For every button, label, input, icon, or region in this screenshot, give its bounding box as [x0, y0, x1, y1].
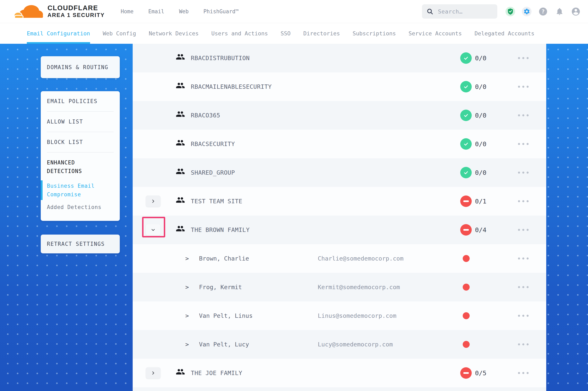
chevron-right-icon[interactable]: >	[185, 341, 189, 348]
status-count: 0/0	[475, 112, 486, 119]
sidebar-label: ALLOW LIST	[47, 119, 83, 125]
ellipsis-dot	[527, 315, 529, 317]
ellipsis-dot	[522, 286, 524, 288]
table-row: RBACDISTRUBUTION 0/0	[133, 44, 546, 72]
enhanced-detections-section: ENHANCED DETECTIONS Business Email Compr…	[47, 153, 114, 221]
ellipsis-dot	[518, 114, 520, 116]
sidebar-item-added-detections[interactable]: Added Detections	[47, 204, 114, 210]
sidebar-item-domains-routing[interactable]: DOMAINS & ROUTING	[41, 56, 120, 78]
user-email: Charlie@somedemocorp.com	[318, 255, 404, 262]
status-dot-fail	[463, 255, 470, 262]
minus-icon	[463, 200, 469, 202]
tab-sso[interactable]: SSO	[281, 23, 291, 44]
cloudflare-logo[interactable]: CLOUDFLARE AREA 1 SECURITY	[12, 3, 105, 20]
sidebar-item-enhanced-detections[interactable]: ENHANCED DETECTIONS	[47, 158, 98, 176]
table-row-user: > Van Pelt, Lucy Lucy@somedemocorp.com	[133, 330, 546, 359]
ellipsis-dot	[527, 229, 529, 231]
brand-name: CLOUDFLARE	[47, 4, 105, 12]
chevron-right-icon	[151, 371, 155, 375]
tab-subscriptions[interactable]: Subscriptions	[353, 23, 396, 44]
search-input[interactable]	[438, 8, 493, 15]
row-menu-button[interactable]	[517, 227, 529, 233]
gear-icon[interactable]	[522, 7, 532, 16]
status-badge-fail	[460, 367, 472, 379]
minus-icon	[463, 372, 469, 374]
sidebar-item-business-email-compromise[interactable]: Business Email Compromise	[47, 182, 114, 199]
search-box[interactable]	[422, 4, 497, 19]
row-menu-button[interactable]	[517, 370, 529, 376]
chevron-right-icon[interactable]: >	[185, 312, 189, 319]
nav-item-web[interactable]: Web	[179, 8, 189, 14]
group-icon	[176, 53, 185, 61]
check-icon	[463, 112, 469, 118]
row-menu-button[interactable]	[517, 284, 529, 290]
help-icon[interactable]: ?	[538, 7, 548, 16]
ellipsis-dot	[522, 200, 524, 202]
group-icon	[176, 82, 185, 90]
table-row: THE JOE FAMILY 0/5	[133, 359, 546, 387]
primary-nav: Home Email Web PhishGuard™	[121, 8, 239, 14]
expand-row-button[interactable]	[146, 367, 160, 379]
ellipsis-dot	[522, 315, 524, 317]
sidebar-label: RETRACT SETTINGS	[47, 241, 105, 247]
table-row-user: > Van Pelt, Linus Linus@somedemocorp.com	[133, 301, 546, 330]
expand-row-button[interactable]	[146, 196, 160, 207]
collapse-row-button[interactable]	[146, 224, 160, 236]
row-menu-button[interactable]	[517, 313, 529, 319]
row-menu-button[interactable]	[517, 84, 529, 90]
bell-icon[interactable]	[555, 7, 564, 16]
ellipsis-dot	[518, 172, 520, 174]
user-email: Lucy@somedemocorp.com	[318, 341, 393, 348]
status-count: 0/0	[475, 83, 486, 90]
status-count: 0/0	[475, 54, 486, 62]
row-menu-button[interactable]	[517, 141, 529, 147]
ellipsis-dot	[522, 343, 524, 345]
ellipsis-dot	[522, 172, 524, 174]
table-row: RBACSECURITY 0/0	[133, 130, 546, 158]
tab-service-accounts[interactable]: Service Accounts	[409, 23, 462, 44]
table-row-user: > Brown, Charlie Charlie@somedemocorp.co…	[133, 244, 546, 273]
nav-item-home[interactable]: Home	[121, 8, 134, 14]
row-menu-button[interactable]	[517, 255, 529, 262]
ellipsis-dot	[518, 315, 520, 317]
ellipsis-dot	[522, 143, 524, 145]
group-name: RBACMAILENABLESECURITY	[191, 83, 272, 90]
chevron-right-icon[interactable]: >	[185, 284, 189, 291]
row-menu-button[interactable]	[517, 112, 529, 118]
row-menu-button[interactable]	[517, 341, 529, 347]
group-icon	[176, 368, 185, 376]
user-name: Van Pelt, Lucy	[199, 341, 249, 348]
account-icon[interactable]	[571, 7, 581, 16]
shield-check-icon[interactable]	[505, 7, 515, 16]
sidebar-item-allow-list[interactable]: ALLOW LIST	[47, 112, 114, 132]
ellipsis-dot	[527, 372, 529, 374]
tab-users-and-actions[interactable]: Users and Actions	[211, 23, 268, 44]
sidebar-item-block-list[interactable]: BLOCK LIST	[47, 132, 114, 153]
sidebar-item-retract-settings[interactable]: RETRACT SETTINGS	[41, 235, 120, 253]
chevron-right-icon[interactable]: >	[185, 255, 189, 262]
status-badge-fail	[460, 196, 472, 207]
table-row-user: > Frog, Kermit Kermit@somedemocorp.com	[133, 273, 546, 301]
tab-directories[interactable]: Directories	[303, 23, 340, 44]
ellipsis-dot	[518, 372, 520, 374]
status-badge-pass	[460, 167, 472, 178]
ellipsis-dot	[527, 86, 529, 88]
row-menu-button[interactable]	[517, 198, 529, 204]
check-icon	[463, 170, 469, 176]
nav-item-phishguard[interactable]: PhishGuard™	[203, 8, 239, 14]
tab-network-devices[interactable]: Network Devices	[149, 23, 199, 44]
tab-delegated-accounts[interactable]: Delegated Accounts	[475, 23, 535, 44]
ellipsis-dot	[518, 286, 520, 288]
nav-item-email[interactable]: Email	[148, 8, 164, 14]
status-count: 0/1	[475, 197, 486, 205]
row-menu-button[interactable]	[517, 55, 529, 61]
tab-web-config[interactable]: Web Config	[103, 23, 136, 44]
ellipsis-dot	[518, 57, 520, 59]
row-menu-button[interactable]	[517, 170, 529, 176]
sidebar-label: EMAIL POLICIES	[47, 98, 97, 104]
sidebar-item-email-policies[interactable]: EMAIL POLICIES	[47, 91, 114, 112]
user-name: Van Pelt, Linus	[199, 312, 253, 319]
tab-email-configuration[interactable]: Email Configuration	[27, 23, 90, 44]
ellipsis-dot	[518, 143, 520, 145]
user-name: Brown, Charlie	[199, 255, 249, 262]
